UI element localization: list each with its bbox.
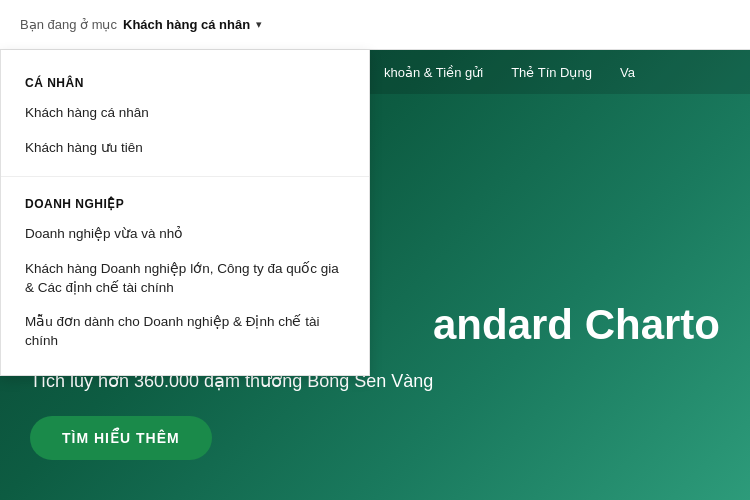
dropdown-item-mau-don[interactable]: Mẫu đơn dành cho Doanh nghiệp & Định chế… (1, 305, 369, 359)
segment-prefix-label: Bạn đang ở mục (20, 17, 117, 32)
nav-item-tai-khoan[interactable]: khoản & Tiền gửi (370, 50, 497, 94)
cta-button[interactable]: TÌM HIỂU THÊM (30, 416, 212, 460)
segment-dropdown: CÁ NHÂN Khách hàng cá nhân Khách hàng ưu… (0, 50, 370, 376)
dropdown-item-khach-hang-ca-nhan[interactable]: Khách hàng cá nhân (1, 96, 369, 131)
chevron-down-icon: ▾ (256, 18, 262, 31)
dropdown-divider (1, 176, 369, 177)
dropdown-item-doanh-nghiep-vua-nho[interactable]: Doanh nghiệp vừa và nhỏ (1, 217, 369, 252)
dropdown-section-doanh-nghiep: DOANH NGHIỆP (1, 187, 369, 217)
segment-selector[interactable]: Bạn đang ở mục Khách hàng cá nhân ▾ (20, 17, 262, 32)
top-nav-bar: khoản & Tiền gửi Thẻ Tín Dụng Va (370, 50, 750, 94)
dropdown-item-doanh-nghiep-lon[interactable]: Khách hàng Doanh nghiệp lớn, Công ty đa … (1, 252, 369, 306)
segment-active-label: Khách hàng cá nhân (123, 17, 250, 32)
nav-item-the-tin-dung[interactable]: Thẻ Tín Dụng (497, 50, 606, 94)
dropdown-section-ca-nhan: CÁ NHÂN (1, 66, 369, 96)
dropdown-item-khach-hang-uu-tien[interactable]: Khách hàng ưu tiên (1, 131, 369, 166)
top-navbar: Bạn đang ở mục Khách hàng cá nhân ▾ (0, 0, 750, 50)
nav-item-va[interactable]: Va (606, 50, 649, 94)
